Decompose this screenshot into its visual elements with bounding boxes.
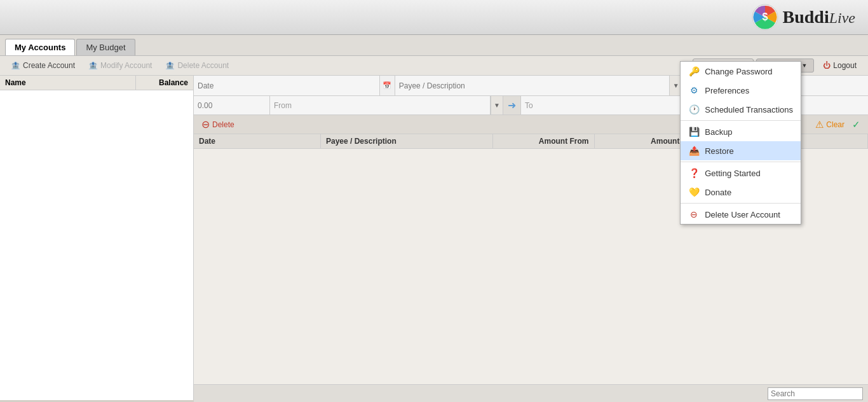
delete-label: Delete (212, 120, 234, 129)
menu-item-change-password[interactable]: 🔑 Change Password (681, 62, 801, 81)
delete-account-button[interactable]: 🏦 Delete Account (159, 59, 234, 73)
accounts-list (0, 90, 193, 400)
getting-started-icon: ❓ (688, 167, 700, 179)
tab-my-budget[interactable]: My Budget (76, 39, 135, 55)
th-payee: Payee / Description (321, 134, 493, 148)
accounts-panel: Name Balance (0, 76, 194, 400)
modify-account-icon: 🏦 (88, 60, 98, 71)
delete-transaction-button[interactable]: ⊖ Delete (198, 117, 238, 132)
menu-divider-3 (681, 203, 801, 204)
clear-icon: ⚠ (815, 119, 824, 130)
transfer-arrow-button[interactable]: ➜ (503, 96, 521, 114)
system-dropdown-menu: 🔑 Change Password ⚙ Preferences 🕐 Schedu… (680, 61, 801, 225)
from-chevron-icon: ▼ (491, 96, 503, 114)
change-password-icon: 🔑 (688, 66, 700, 77)
change-password-label: Change Password (705, 67, 772, 76)
menu-item-getting-started[interactable]: ❓ Getting Started (681, 163, 801, 183)
tab-my-accounts[interactable]: My Accounts (5, 39, 75, 55)
delete-account-icon: 🏦 (165, 60, 175, 71)
calendar-icon: 📅 (380, 76, 395, 95)
preferences-icon: ⚙ (688, 85, 700, 96)
backup-icon: 💾 (688, 126, 700, 137)
donate-icon: 💛 (688, 186, 700, 198)
logo: $ BuddiLive (751, 3, 856, 31)
create-account-button[interactable]: 🏦 Create Account (5, 59, 80, 73)
save-button[interactable]: ✓ (848, 118, 864, 132)
system-chevron-icon: ▼ (801, 62, 807, 69)
clear-label: Clear (826, 120, 844, 129)
clear-button[interactable]: ⚠ Clear (811, 118, 848, 132)
from-account-select[interactable]: From (270, 96, 491, 114)
save-icon: ✓ (852, 119, 860, 130)
menu-item-restore[interactable]: 📤 Restore (681, 141, 801, 160)
bottom-search-bar (194, 384, 868, 402)
scheduled-icon: 🕐 (688, 104, 700, 115)
col-name-header: Name (0, 76, 136, 90)
menu-item-backup[interactable]: 💾 Backup (681, 122, 801, 141)
logout-icon: ⏻ (823, 61, 831, 70)
delete-icon: ⊖ (201, 118, 210, 130)
accounts-table-header: Name Balance (0, 76, 193, 90)
restore-label: Restore (705, 146, 734, 156)
header: $ BuddiLive (0, 0, 868, 35)
search-input[interactable] (768, 387, 863, 400)
menu-item-preferences[interactable]: ⚙ Preferences (681, 81, 801, 100)
payee-filter-input[interactable] (395, 76, 670, 95)
modify-account-label: Modify Account (100, 61, 152, 70)
menu-item-delete-user-account[interactable]: ⊖ Delete User Account (681, 205, 801, 224)
col-balance-header: Balance (136, 76, 193, 90)
th-amount-from: Amount From (493, 134, 595, 148)
th-date: Date (194, 134, 321, 148)
logout-label: Logout (833, 61, 857, 70)
restore-icon: 📤 (688, 145, 700, 156)
getting-started-label: Getting Started (705, 169, 760, 178)
delete-user-icon: ⊖ (688, 209, 700, 220)
amount-input[interactable] (194, 96, 270, 114)
menu-divider-1 (681, 120, 801, 121)
logout-button[interactable]: ⏻ Logout (817, 59, 863, 72)
backup-label: Backup (705, 127, 732, 137)
menu-divider-2 (681, 162, 801, 162)
delete-account-label: Delete Account (177, 61, 229, 70)
preferences-label: Preferences (705, 86, 749, 95)
svg-text:$: $ (762, 11, 768, 22)
scheduled-label: Scheduled Transactions (705, 105, 793, 114)
date-filter-input[interactable] (194, 76, 380, 95)
menu-item-donate[interactable]: 💛 Donate (681, 183, 801, 202)
menu-item-scheduled-transactions[interactable]: 🕐 Scheduled Transactions (681, 100, 801, 119)
delete-user-label: Delete User Account (705, 210, 780, 219)
create-account-icon: 🏦 (10, 60, 20, 71)
logo-icon: $ (751, 3, 779, 31)
modify-account-button[interactable]: 🏦 Modify Account (83, 59, 157, 73)
donate-label: Donate (705, 188, 731, 197)
create-account-label: Create Account (23, 61, 75, 70)
logo-text: BuddiLive (783, 7, 856, 27)
tab-bar: My Accounts My Budget (0, 35, 868, 56)
